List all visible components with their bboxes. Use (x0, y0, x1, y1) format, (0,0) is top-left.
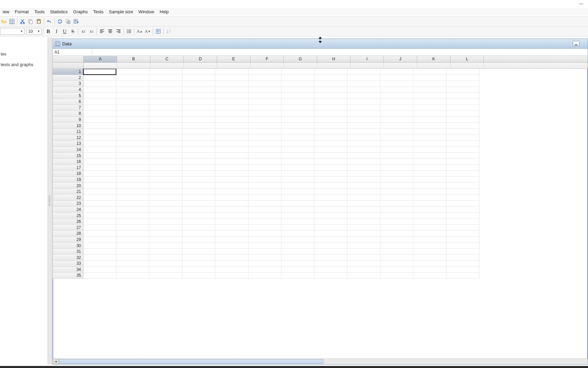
variable-name-cell[interactable] (184, 63, 217, 68)
cell[interactable] (182, 249, 215, 255)
cell[interactable] (149, 99, 182, 105)
cell[interactable] (314, 93, 347, 99)
cell[interactable] (413, 249, 446, 255)
cell[interactable] (248, 201, 281, 207)
cell[interactable] (83, 117, 116, 123)
cell[interactable] (83, 147, 116, 153)
menu-tests[interactable]: Tests (91, 9, 106, 15)
cell[interactable] (413, 201, 446, 207)
cell[interactable] (83, 171, 116, 177)
cell[interactable] (413, 243, 446, 249)
cell[interactable] (281, 255, 314, 261)
cell[interactable] (215, 225, 248, 231)
cell[interactable] (83, 159, 116, 165)
cell[interactable] (116, 147, 149, 153)
cell[interactable] (215, 141, 248, 147)
cell[interactable] (314, 195, 347, 201)
column-header[interactable]: G (284, 56, 317, 62)
cell[interactable] (347, 135, 380, 141)
cell[interactable] (149, 225, 182, 231)
cell[interactable] (248, 81, 281, 87)
cell[interactable] (182, 273, 215, 279)
cell[interactable] (215, 237, 248, 243)
cell[interactable] (248, 225, 281, 231)
cell[interactable] (215, 177, 248, 183)
paste-sheet-icon[interactable] (64, 18, 72, 25)
cell[interactable] (347, 255, 380, 261)
cell[interactable] (446, 195, 479, 201)
cell[interactable] (116, 261, 149, 267)
cell[interactable] (215, 153, 248, 159)
cell[interactable] (182, 261, 215, 267)
window-minimize-button[interactable]: — (574, 0, 588, 7)
variable-name-cell[interactable] (417, 63, 451, 68)
cell[interactable] (413, 213, 446, 219)
cell[interactable] (347, 249, 380, 255)
cell[interactable] (347, 177, 380, 183)
cell[interactable] (446, 261, 479, 267)
cell[interactable] (182, 267, 215, 273)
cell[interactable] (413, 255, 446, 261)
cell[interactable] (248, 105, 281, 111)
menu-graphs[interactable]: Graphs (70, 9, 91, 15)
cell[interactable] (116, 135, 149, 141)
side-item-tables[interactable]: les (0, 49, 48, 59)
cell[interactable] (347, 93, 380, 99)
cell[interactable] (248, 195, 281, 201)
cell[interactable] (182, 159, 215, 165)
cell[interactable] (215, 267, 248, 273)
variable-name-cell[interactable] (217, 63, 250, 68)
cell[interactable] (281, 111, 314, 117)
cell[interactable] (347, 189, 380, 195)
cell[interactable] (182, 213, 215, 219)
cell[interactable] (347, 219, 380, 225)
new-sheet-icon[interactable] (8, 18, 16, 25)
cell[interactable] (413, 273, 446, 279)
cell[interactable] (83, 201, 116, 207)
cell[interactable] (182, 177, 215, 183)
row-header[interactable]: 29 (53, 237, 83, 243)
cell[interactable] (281, 231, 314, 237)
cell[interactable] (446, 225, 479, 231)
cell[interactable] (215, 171, 248, 177)
cell[interactable] (182, 135, 215, 141)
cell[interactable] (314, 105, 347, 111)
cell[interactable] (380, 147, 413, 153)
cell[interactable] (116, 99, 149, 105)
cell[interactable] (215, 219, 248, 225)
cell[interactable] (314, 255, 347, 261)
cell[interactable] (281, 177, 314, 183)
cell[interactable] (446, 105, 479, 111)
cell[interactable] (380, 171, 413, 177)
cell[interactable] (380, 87, 413, 93)
row-header[interactable]: 4 (53, 87, 83, 93)
cell[interactable] (347, 231, 380, 237)
cell[interactable] (116, 231, 149, 237)
cell[interactable] (281, 213, 314, 219)
panel-collapse-handle[interactable] (48, 37, 52, 365)
variable-name-cell[interactable] (350, 63, 384, 68)
superscript-button[interactable]: x2 (88, 28, 95, 35)
cell[interactable] (281, 171, 314, 177)
cell[interactable] (149, 87, 182, 93)
menu-sample-size[interactable]: Sample size (106, 9, 136, 15)
row-header[interactable]: 12 (53, 135, 83, 141)
cell[interactable] (248, 153, 281, 159)
cell[interactable] (182, 201, 215, 207)
bullets-button[interactable] (125, 28, 133, 35)
cell[interactable] (314, 231, 347, 237)
scrollbar-thumb[interactable] (59, 359, 323, 364)
cell[interactable] (446, 219, 479, 225)
cell[interactable] (446, 129, 479, 135)
cell[interactable] (83, 129, 116, 135)
cell[interactable] (413, 195, 446, 201)
cell[interactable] (281, 189, 314, 195)
cell[interactable] (380, 153, 413, 159)
cell[interactable] (413, 171, 446, 177)
row-header[interactable]: 21 (53, 189, 83, 195)
cell[interactable] (347, 225, 380, 231)
row-header[interactable]: 16 (53, 159, 83, 165)
row-header[interactable]: 24 (53, 207, 83, 213)
cell[interactable] (281, 249, 314, 255)
cell[interactable] (314, 237, 347, 243)
